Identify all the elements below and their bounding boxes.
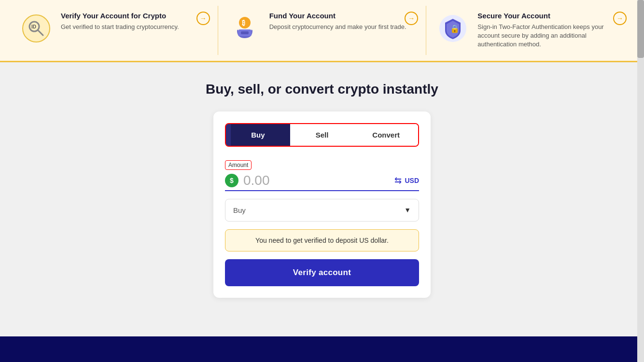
scrollbar-thumb[interactable] bbox=[637, 0, 644, 58]
chevron-down-icon: ▼ bbox=[404, 206, 411, 214]
card-fund-title: Fund Your Account bbox=[269, 12, 417, 20]
warning-banner: You need to get verified to deposit US d… bbox=[225, 229, 419, 251]
tab-convert[interactable]: Convert bbox=[354, 124, 418, 146]
currency-label: USD bbox=[405, 177, 419, 184]
card-verify-content: Verify Your Account for Crypto Get verif… bbox=[61, 12, 208, 31]
buy-dropdown[interactable]: Buy ▼ bbox=[225, 199, 419, 222]
amount-field: Amount $ 0.00 ⇆ USD bbox=[225, 156, 419, 191]
card-secure-content: Secure Your Account Sign-in Two-Factor A… bbox=[477, 12, 625, 49]
cards-section: ID Verify Your Account for Crypto Get ve… bbox=[0, 0, 644, 62]
verify-icon: ID bbox=[19, 12, 53, 45]
card-verify[interactable]: ID Verify Your Account for Crypto Get ve… bbox=[10, 6, 218, 55]
amount-value[interactable]: 0.00 bbox=[243, 173, 270, 188]
svg-rect-7 bbox=[241, 31, 249, 34]
card-verify-arrow[interactable]: → bbox=[196, 12, 210, 25]
main-content: Buy, sell, or convert crypto instantly B… bbox=[0, 62, 644, 317]
svg-text:₿: ₿ bbox=[242, 19, 245, 27]
amount-label: Amount bbox=[225, 160, 252, 170]
tab-sell[interactable]: Sell bbox=[290, 124, 354, 146]
svg-text:🔒: 🔒 bbox=[450, 24, 460, 33]
main-title: Buy, sell, or convert crypto instantly bbox=[206, 82, 438, 97]
secure-icon: 🔒 bbox=[436, 12, 470, 45]
footer bbox=[0, 336, 644, 362]
card-verify-desc: Get verified to start trading cryptocurr… bbox=[61, 23, 208, 31]
tab-accent bbox=[225, 123, 231, 147]
tabs-container: Buy Sell Convert bbox=[225, 123, 419, 147]
fund-icon: ₿ bbox=[228, 12, 262, 45]
svg-text:ID: ID bbox=[31, 24, 36, 29]
trading-widget: Buy Sell Convert Amount $ 0.00 ⇆ USD Buy… bbox=[213, 111, 431, 298]
amount-right: ⇆ USD bbox=[394, 175, 419, 186]
swap-icon[interactable]: ⇆ bbox=[394, 175, 402, 186]
svg-point-0 bbox=[23, 15, 50, 42]
card-secure-desc: Sign-in Two-Factor Authentication keeps … bbox=[477, 23, 625, 49]
card-fund-content: Fund Your Account Deposit cryptocurrency… bbox=[269, 12, 417, 31]
amount-left: $ 0.00 bbox=[225, 173, 270, 188]
amount-input-row: $ 0.00 ⇆ USD bbox=[225, 173, 419, 188]
verify-account-button[interactable]: Verify account bbox=[225, 259, 419, 286]
card-secure-title: Secure Your Account bbox=[477, 12, 625, 20]
card-secure-arrow[interactable]: → bbox=[613, 12, 627, 25]
card-fund[interactable]: ₿ Fund Your Account Deposit cryptocurren… bbox=[218, 6, 427, 55]
card-verify-title: Verify Your Account for Crypto bbox=[61, 12, 208, 20]
dropdown-label: Buy bbox=[233, 206, 246, 214]
scrollbar[interactable] bbox=[637, 0, 644, 362]
dollar-icon: $ bbox=[225, 174, 238, 187]
card-fund-desc: Deposit cryptocurrency and make your fir… bbox=[269, 23, 417, 31]
tab-buy[interactable]: Buy bbox=[226, 124, 290, 146]
card-secure[interactable]: 🔒 Secure Your Account Sign-in Two-Factor… bbox=[426, 6, 634, 55]
